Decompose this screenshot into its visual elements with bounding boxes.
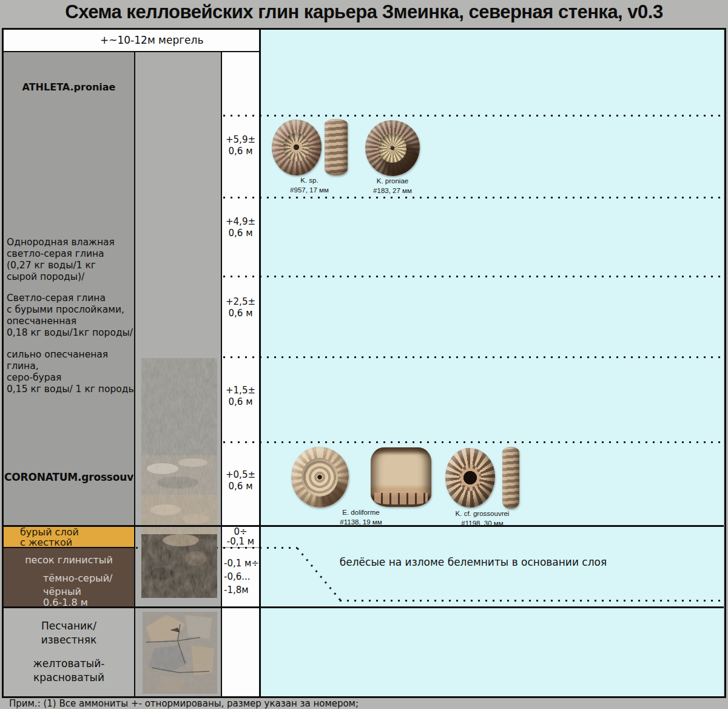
ammonite-photo-k-sp-venter — [325, 119, 348, 175]
level-dotted-line-5 — [223, 441, 723, 443]
fossil-k-sp: K. sp. #957, 17 мм — [269, 119, 350, 195]
fossil-name: E. doliforme — [290, 507, 432, 517]
depth-column: +5,9± 0,6 м +4,9± 0,6 м +2,5± 0,6 м +1,5… — [221, 52, 260, 525]
ammonite-photo-e-doliforme-side — [291, 447, 349, 507]
depth-cell-below: -0,1 м÷ -0,6... -1,8м — [221, 548, 260, 606]
sand-layer-color-1: тёмно-серый/ — [43, 572, 112, 584]
fossil-name: K. sp. — [269, 175, 350, 185]
fossil-k-grossouvrei: K. cf. grossouvrei #1198, 30 мм — [443, 447, 521, 528]
sandstone-top-line — [3, 606, 724, 608]
ammonite-photo-e-doliforme-venter — [371, 447, 431, 507]
layer-base-dotted-slope — [295, 547, 343, 604]
marl-header-cell: +~10-12м мергель — [3, 29, 260, 52]
sandstone-layer-name: Песчаник/ известняк — [3, 619, 135, 647]
depth-label-5: +0,5± 0,6 м — [221, 469, 260, 492]
fossil-name: K. cf. grossouvrei — [443, 509, 521, 518]
depth-label-2: +4,9± 0,6 м — [221, 216, 260, 239]
page-title: Схема келловейских глин карьера Змеинка,… — [0, 1, 728, 23]
layer-cell-clayey-sand: песок глинистый тёмно-серый/ чёрный 0.6-… — [3, 548, 135, 606]
level-dotted-line-3 — [223, 276, 723, 277]
fossil-k-sp-views — [269, 119, 350, 175]
fossil-name: K. proniae — [363, 176, 422, 186]
depth-label-1: +5,9± 0,6 м — [221, 134, 260, 157]
ammonite-photo-k-proniae — [365, 120, 420, 176]
orange-brown-divider — [3, 547, 135, 548]
sandstone-layer-color: желтоватый- красноватый — [3, 657, 135, 685]
fossil-id-size: #957, 17 мм — [269, 185, 350, 195]
clay-core-photo — [141, 358, 217, 598]
depth-label-6: 0÷ -0,1 м — [221, 527, 260, 546]
fossil-k-proniae-views — [363, 120, 422, 176]
description-column: ATHLETA.proniae Однородная влажная светл… — [3, 52, 135, 525]
fossil-k-grossouvrei-views — [443, 447, 521, 509]
fossil-e-doliforme: E. doliforme #1138, 19 мм — [290, 447, 432, 527]
clay-description-2: Светло-серая глина с бурыми прослойками,… — [7, 293, 136, 339]
zone-label-coronatum: CORONATUM.grossouvrei — [4, 471, 149, 483]
depth-label-7: -0,1 м÷ -0,6... -1,8м — [221, 548, 260, 597]
footer-note: Прим.: (1) Все аммониты +- отнормированы… — [9, 698, 359, 709]
col3-panel-border — [259, 29, 261, 696]
fossil-k-proniae: K. proniae #183, 27 мм — [363, 120, 422, 195]
level-dotted-line-2 — [223, 197, 723, 198]
depth-label-3: +2,5± 0,6 м — [221, 296, 260, 319]
clay-description-1: Однородная влажная светло-серая глина (0… — [7, 237, 136, 283]
sand-layer-color-2: чёрный — [43, 586, 81, 597]
fossil-e-doliforme-views — [290, 447, 432, 507]
layer-cell-brown-hard: бурый слой с жесткой прослойкой — [3, 526, 135, 547]
ammonite-photo-k-grossouvrei-venter — [502, 447, 519, 509]
col1-col2-border — [134, 51, 135, 696]
zone-label-athleta: ATHLETA.proniae — [3, 81, 135, 93]
depth-label-4: +1,5± 0,6 м — [221, 385, 260, 408]
clay-description-3: сильно опесчаненая глина, серо-бурая 0,1… — [7, 349, 136, 395]
depth-cell-zero: 0÷ -0,1 м — [221, 526, 260, 547]
layer-cell-sandstone: Песчаник/ известняк желтоватый- краснова… — [3, 608, 135, 696]
level-dotted-line-4 — [223, 356, 723, 358]
zero-level-line — [3, 525, 724, 527]
layer-base-dotted-right — [340, 600, 723, 602]
sandstone-photo — [143, 612, 217, 694]
fossil-id-size: #183, 27 мм — [363, 186, 422, 195]
sand-layer-name: песок глинистый — [3, 554, 135, 566]
ammonite-photo-k-grossouvrei-side — [445, 448, 495, 507]
col2-col3-border — [221, 51, 222, 696]
ammonite-photo-k-sp-side — [272, 120, 322, 175]
level-dotted-line-1 — [223, 115, 723, 117]
depth-cell-bottom-empty — [221, 608, 260, 696]
marl-label: +~10-12м мергель — [100, 34, 203, 46]
